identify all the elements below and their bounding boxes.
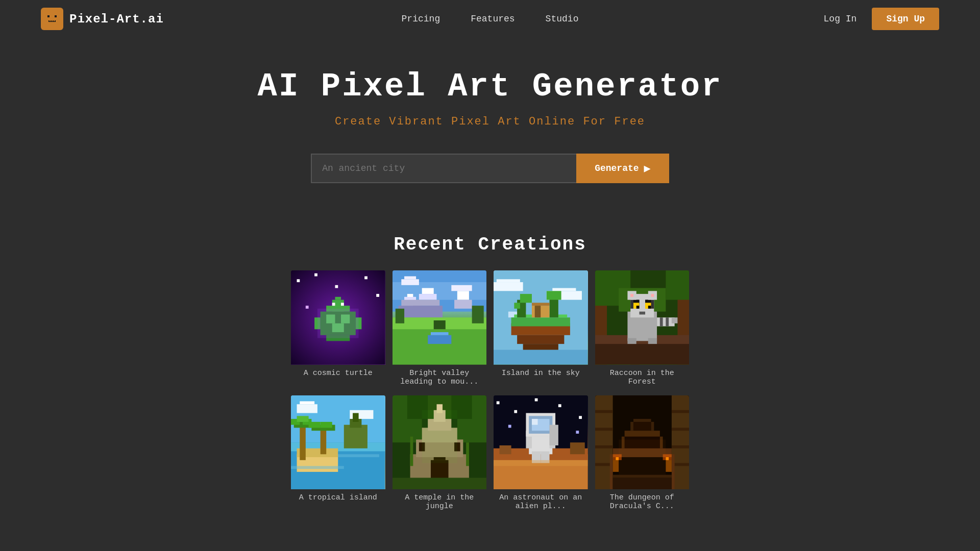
- signup-button[interactable]: Sign Up: [872, 8, 939, 30]
- svg-rect-59: [517, 335, 564, 344]
- gallery-image-temple-jungle: [393, 395, 487, 490]
- gallery-image-astronaut: [494, 395, 588, 490]
- gallery-label-1: Bright valley leading to mou...: [393, 365, 487, 388]
- svg-rect-187: [609, 454, 612, 489]
- gallery-item-island-sky[interactable]: Island in the sky: [494, 270, 588, 388]
- svg-rect-164: [532, 419, 538, 425]
- svg-rect-188: [671, 454, 674, 489]
- svg-rect-70: [535, 306, 541, 317]
- hero-subtitle: Create Vibrant Pixel Art Online For Free: [10, 115, 970, 128]
- svg-rect-123: [291, 466, 344, 469]
- svg-rect-16: [306, 306, 309, 309]
- gallery-item-bright-valley[interactable]: Bright valley leading to mou...: [393, 270, 487, 388]
- generate-label: Generate: [595, 163, 639, 173]
- svg-rect-148: [579, 416, 582, 419]
- svg-rect-154: [570, 442, 585, 454]
- svg-rect-165: [550, 424, 558, 445]
- svg-rect-54: [497, 279, 520, 282]
- gallery-item-tropical-island[interactable]: A tropical island: [291, 395, 385, 513]
- svg-rect-150: [576, 431, 579, 434]
- brand-name: Pixel-Art.ai: [69, 12, 164, 26]
- valley-art: [393, 270, 487, 365]
- hero-section: AI Pixel Art Generator Create Vibrant Pi…: [0, 38, 980, 234]
- svg-rect-122: [338, 454, 379, 457]
- svg-rect-117: [297, 416, 309, 422]
- svg-rect-41: [416, 300, 439, 306]
- gallery-label-4: A tropical island: [291, 489, 385, 504]
- logo-svg: [44, 11, 60, 27]
- svg-rect-2: [55, 15, 57, 17]
- recent-title: Recent Creations: [291, 234, 689, 255]
- generate-arrow-icon: ▶: [644, 162, 651, 176]
- svg-rect-104: [300, 401, 314, 404]
- svg-rect-5: [52, 20, 53, 21]
- logo[interactable]: Pixel-Art.ai: [41, 8, 164, 30]
- svg-rect-170: [595, 410, 613, 413]
- navbar: Pixel-Art.ai Pricing Features Studio Log…: [0, 0, 980, 38]
- svg-rect-139: [410, 436, 413, 466]
- gallery-item-raccoon-forest[interactable]: Raccoon in the Forest: [595, 270, 690, 388]
- svg-rect-142: [422, 410, 457, 463]
- nav-features[interactable]: Features: [471, 14, 514, 24]
- svg-rect-42: [413, 306, 443, 317]
- svg-rect-147: [558, 404, 561, 407]
- svg-rect-90: [648, 306, 651, 309]
- svg-rect-118: [321, 428, 327, 454]
- cosmic-turtle-art: [291, 270, 385, 365]
- nav-actions: Log In Sign Up: [824, 8, 939, 30]
- nav-pricing[interactable]: Pricing: [402, 14, 440, 24]
- svg-rect-56: [552, 288, 576, 291]
- search-container: Generate ▶: [10, 154, 970, 183]
- svg-rect-198: [619, 439, 666, 474]
- svg-rect-43: [457, 291, 469, 299]
- nav-studio[interactable]: Studio: [546, 14, 579, 24]
- svg-rect-103: [297, 404, 317, 413]
- svg-rect-11: [297, 279, 300, 282]
- svg-rect-39: [422, 288, 433, 294]
- temple-art: [393, 395, 487, 490]
- svg-rect-71: [494, 350, 588, 365]
- svg-rect-95: [651, 294, 654, 297]
- generate-button[interactable]: Generate ▶: [576, 154, 669, 183]
- svg-rect-15: [376, 294, 379, 297]
- gallery-image-bright-valley: [393, 270, 487, 365]
- gallery-image-tropical-island: [291, 395, 385, 490]
- svg-rect-110: [353, 413, 359, 421]
- nav-links: Pricing Features Studio: [402, 14, 579, 24]
- svg-rect-8: [56, 12, 58, 14]
- gallery-label-2: Island in the sky: [494, 365, 588, 380]
- login-button[interactable]: Log In: [824, 14, 857, 24]
- svg-rect-79: [595, 341, 690, 364]
- svg-rect-14: [364, 277, 368, 280]
- svg-rect-26: [335, 297, 341, 300]
- tropical-art: [291, 395, 385, 490]
- svg-rect-44: [454, 300, 472, 309]
- astronaut-art: [494, 395, 588, 490]
- svg-rect-29: [317, 309, 359, 338]
- gallery-label-5: A temple in the jungle: [393, 489, 487, 513]
- hero-title: AI Pixel Art Generator: [10, 68, 970, 105]
- svg-rect-120: [309, 421, 321, 428]
- gallery-item-temple-jungle[interactable]: A temple in the jungle: [393, 395, 487, 513]
- svg-rect-145: [514, 410, 517, 413]
- svg-rect-108: [344, 424, 368, 448]
- svg-rect-66: [550, 297, 558, 317]
- island-art: [494, 270, 588, 365]
- gallery-item-cosmic-turtle[interactable]: A cosmic turtle: [291, 270, 385, 388]
- svg-rect-144: [497, 401, 500, 404]
- svg-rect-7: [46, 12, 48, 14]
- svg-rect-28: [341, 303, 344, 306]
- gallery-label-3: Raccoon in the Forest: [595, 365, 690, 388]
- svg-rect-49: [433, 320, 445, 329]
- svg-rect-50: [428, 335, 451, 344]
- search-input[interactable]: [311, 154, 576, 183]
- gallery-image-cosmic-turtle: [291, 270, 385, 365]
- svg-rect-53: [494, 282, 523, 291]
- gallery-image-raccoon-forest: [595, 270, 690, 365]
- svg-rect-89: [636, 306, 639, 309]
- svg-rect-0: [46, 13, 58, 24]
- logo-icon: [41, 8, 63, 30]
- gallery-label-0: A cosmic turtle: [291, 365, 385, 380]
- gallery-item-astronaut[interactable]: An astronaut on an alien pl...: [494, 395, 588, 513]
- gallery-item-dungeon[interactable]: The dungeon of Dracula's C...: [595, 395, 690, 513]
